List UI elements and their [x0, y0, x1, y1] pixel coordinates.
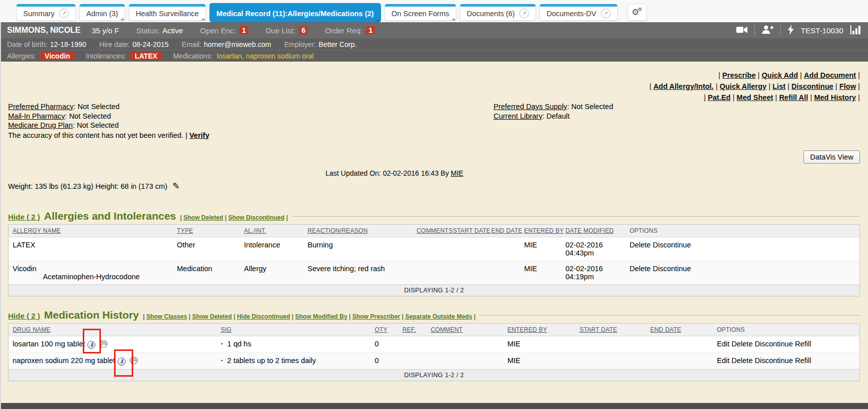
link-discontinue[interactable]: Discontinue	[653, 241, 691, 249]
datavis-view-button[interactable]: DataVis View	[803, 150, 860, 164]
separator: |	[347, 313, 352, 320]
separator: |	[767, 82, 773, 90]
tab-documents-dv[interactable]: Documents-DV ↗	[539, 4, 617, 21]
link-show-prescriber[interactable]: Show Prescriber	[352, 313, 400, 320]
current-library-link[interactable]: Current Library	[494, 112, 542, 120]
separator: |	[856, 82, 860, 90]
link-refill-all[interactable]: Refill All	[779, 93, 808, 101]
meds-hide-link[interactable]: Hide ( 2 )	[8, 312, 40, 320]
medicare-plan-value: Not Selected	[77, 121, 119, 129]
preferred-pharmacy-line: Preferred Pharmacy: Not Selected	[8, 102, 209, 112]
intolerance-badge[interactable]: LATEX	[130, 52, 162, 60]
separator: |	[731, 93, 737, 101]
tab-summary[interactable]: Summary ↗	[16, 4, 76, 21]
alerts-bar: Allergies: Vicodin Intolerances: LATEX M…	[0, 50, 868, 62]
external-link-icon[interactable]: ↗	[519, 9, 529, 18]
separator: |	[808, 93, 814, 101]
demographics-bar: Date of birth: 12-18-1990 Hire date: 08-…	[0, 38, 868, 50]
verify-line: The accuracy of this content has not yet…	[8, 131, 209, 140]
allergy-badge[interactable]: Vicodin	[40, 52, 75, 60]
col-drug-name: DRUG NAME	[13, 326, 50, 333]
edit-pencil-icon[interactable]: ✎	[173, 181, 180, 191]
tab-settings[interactable]: ⚙ ⚙	[627, 4, 647, 21]
allergies-hide-link[interactable]: Hide ( 2 )	[8, 213, 40, 221]
link-show-discontinued[interactable]: Show Discontinued	[228, 214, 284, 221]
link-show-deleted[interactable]: Show Deleted	[192, 313, 232, 320]
separator: |	[472, 313, 476, 320]
order-req-badge[interactable]: 1	[366, 26, 375, 34]
separator: |	[786, 82, 792, 90]
video-camera-icon[interactable]	[736, 25, 748, 36]
medications-value[interactable]: losartan, naproxen sodium oral	[217, 52, 314, 60]
quick-action-links: | Prescribe | Quick Add | Add Document |…	[649, 70, 860, 103]
days-supply-line: Preferred Days Supply: Not Selected	[494, 102, 613, 112]
link-pat-ed[interactable]: Pat.Ed	[708, 93, 731, 101]
tab-on-screen-forms[interactable]: On Screen Forms	[385, 4, 456, 21]
link-delete[interactable]: Delete	[732, 340, 753, 348]
mailin-pharmacy-link[interactable]: Mail-In Pharmacy	[8, 112, 65, 120]
link-separate-outside-meds[interactable]: Separate Outside Meds	[405, 313, 472, 320]
drug-info-icon[interactable]: i	[118, 357, 126, 366]
lightning-bolt-icon[interactable]	[787, 25, 794, 36]
link-quick-allergy[interactable]: Quick Allergy	[720, 82, 767, 90]
link-discontinue[interactable]: Discontinue	[754, 356, 793, 365]
link-med-sheet[interactable]: Med Sheet	[737, 93, 774, 101]
preferred-pharmacy-link[interactable]: Preferred Pharmacy	[8, 103, 74, 111]
medication-table: DRUG NAME SIG QTY REF. COMMENT ENTERED B…	[8, 323, 860, 381]
bottom-status-bar	[0, 403, 868, 409]
link-med-history[interactable]: Med History	[814, 93, 856, 101]
printer-icon[interactable]	[130, 357, 138, 366]
allergies-header-row: ALLERGY NAME TYPE AL./INT. REACTION/REAS…	[9, 225, 860, 237]
printer-icon[interactable]	[99, 341, 107, 349]
link-delete[interactable]: Delete	[732, 356, 753, 365]
days-supply-link[interactable]: Preferred Days Supply	[494, 103, 567, 111]
link-delete[interactable]: Delete	[630, 241, 651, 249]
tab-admin[interactable]: Admin (3)	[79, 4, 125, 21]
link-discontinue[interactable]: Discontinue	[653, 265, 691, 273]
external-link-icon[interactable]: ↗	[59, 9, 69, 18]
link-hide-discontinued[interactable]: Hide Discontinued	[237, 313, 290, 320]
tab-medical-record[interactable]: Medical Record (11):Allergies/Medication…	[209, 3, 381, 22]
meds-section-title: Medication History	[44, 309, 139, 321]
link-show-modified-by[interactable]: Show Modified By	[295, 313, 347, 320]
due-list-badge[interactable]: 6	[299, 26, 308, 34]
link-quick-add[interactable]: Quick Add	[762, 71, 798, 79]
table-row: LATEX Other Intolerance Burning MIE 02-0…	[9, 237, 860, 261]
medicare-plan-link[interactable]: Medicare Drug Plan	[8, 121, 73, 129]
verify-link[interactable]: Verify	[189, 131, 209, 139]
link-flow[interactable]: Flow	[839, 82, 856, 90]
current-library-line: Current Library: Default	[494, 112, 613, 121]
dob-label: Date of birth:	[7, 40, 47, 48]
col-al-int: AL./INT.	[244, 227, 266, 234]
tab-health-surveillance[interactable]: Health Surveillance	[129, 4, 206, 21]
col-sig: SIG	[221, 326, 232, 333]
col-comment: COMMENT	[431, 326, 463, 333]
bar-chart-icon[interactable]	[850, 25, 861, 36]
link-show-classes[interactable]: Show Classes	[146, 313, 187, 320]
link-add-document[interactable]: Add Document	[804, 71, 856, 79]
link-refill[interactable]: Refill	[795, 340, 811, 348]
last-updated-by-link[interactable]: MIE	[451, 169, 463, 177]
email-label: Email:	[182, 40, 201, 48]
meds-paging: DISPLAYING 1-2 / 2	[9, 370, 860, 381]
link-discontinue[interactable]: Discontinue	[791, 82, 833, 90]
external-link-icon[interactable]: ↗	[601, 9, 611, 18]
link-add-allergy-intol-[interactable]: Add Allergy/Intol.	[654, 82, 714, 90]
drug-info-icon[interactable]: i	[87, 341, 95, 349]
divider	[754, 25, 755, 35]
allergies-paging: DISPLAYING 1-2 / 2	[9, 285, 860, 296]
link-discontinue[interactable]: Discontinue	[754, 340, 793, 348]
link-refill[interactable]: Refill	[795, 356, 811, 365]
link-delete[interactable]: Delete	[630, 265, 651, 273]
verify-text: The accuracy of this content has not yet…	[8, 131, 183, 139]
link-show-deleted[interactable]: Show Deleted	[183, 214, 223, 221]
link-edit[interactable]: Edit	[717, 340, 730, 348]
open-enc-badge[interactable]: 1	[239, 26, 248, 34]
link-list[interactable]: List	[773, 82, 786, 90]
tab-documents[interactable]: Documents (6) ↗	[460, 4, 536, 21]
link-edit[interactable]: Edit	[717, 356, 730, 365]
col-entered-by: ENTERED BY	[508, 326, 548, 333]
add-person-icon[interactable]	[762, 25, 774, 36]
link-prescribe[interactable]: Prescribe	[722, 71, 755, 79]
tab-medical-record-label: Medical Record (11):Allergies/Medication…	[216, 10, 374, 18]
